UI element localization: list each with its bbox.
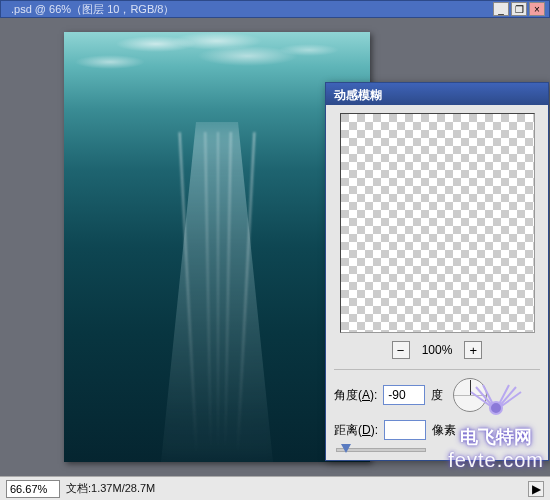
window-controls: _ ❐ × xyxy=(493,2,545,16)
light-ray xyxy=(217,132,219,452)
light-ray xyxy=(237,132,256,452)
preview-zoom-in-button[interactable]: + xyxy=(464,341,482,359)
preview-zoom-out-button[interactable]: − xyxy=(392,341,410,359)
distance-unit: 像素 xyxy=(432,422,456,439)
close-button[interactable]: × xyxy=(529,2,545,16)
angle-unit: 度 xyxy=(431,387,443,404)
zoom-level-input[interactable] xyxy=(6,480,60,498)
dialog-title[interactable]: 动感模糊 xyxy=(326,83,548,105)
minimize-button[interactable]: _ xyxy=(493,2,509,16)
preview-zoom-controls: − 100% + xyxy=(334,341,540,359)
divider xyxy=(334,369,540,370)
status-bar: 文档:1.37M/28.7M ▶ xyxy=(0,476,550,500)
dialog-body: − 100% + 角度(A): 度 距离(D): 像素 xyxy=(326,105,548,460)
distance-input[interactable] xyxy=(384,420,426,440)
angle-label: 角度(A): xyxy=(334,387,377,404)
status-menu-arrow-icon[interactable]: ▶ xyxy=(528,481,544,497)
distance-row: 距离(D): 像素 xyxy=(334,420,540,440)
document-title: .psd @ 66%（图层 10，RGB/8） xyxy=(5,2,174,17)
light-ray xyxy=(204,132,212,452)
slider-thumb-icon[interactable] xyxy=(341,444,351,453)
distance-slider[interactable] xyxy=(336,448,426,452)
distance-label: 距离(D): xyxy=(334,422,378,439)
filter-preview[interactable] xyxy=(340,113,535,333)
document-tab-bar: .psd @ 66%（图层 10，RGB/8） _ ❐ × xyxy=(0,0,550,18)
motion-blur-dialog: 动感模糊 − 100% + 角度(A): 度 距离(D): 像素 xyxy=(325,82,549,461)
document-size-label: 文档:1.37M/28.7M xyxy=(66,481,155,496)
angle-input[interactable] xyxy=(383,385,425,405)
restore-button[interactable]: ❐ xyxy=(511,2,527,16)
angle-dial[interactable] xyxy=(453,378,487,412)
light-ray xyxy=(224,132,232,452)
angle-row: 角度(A): 度 xyxy=(334,378,540,412)
preview-zoom-percent: 100% xyxy=(422,343,453,357)
distance-slider-row xyxy=(334,448,540,452)
light-ray xyxy=(179,132,198,452)
